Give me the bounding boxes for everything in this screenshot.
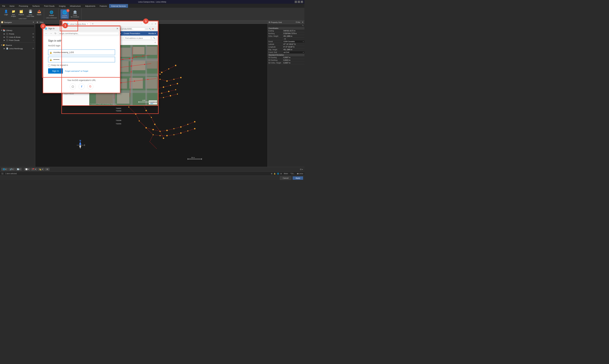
property-grid-header: ⊞ Property Grid 0 Unc ✕	[268, 21, 304, 24]
browser-ext-icon[interactable]: 🔧	[149, 28, 151, 30]
svg-point-70	[175, 89, 176, 90]
browser-tab-close-icon[interactable]: ✕	[87, 23, 88, 25]
apply-button[interactable]: Apply	[293, 176, 303, 180]
ribbon-content: 👤 Login 📁 NewProject 🗂️ Projects 💾 Leica…	[0, 8, 304, 21]
svg-point-74	[163, 97, 164, 98]
svg-point-82	[187, 124, 188, 125]
svg-text:TS0055: TS0055	[116, 123, 121, 125]
keep-signed-checkbox[interactable]	[48, 64, 50, 66]
browser-menu-icon[interactable]: ⋮	[155, 28, 157, 30]
library-section[interactable]: ▾ 📚 Library	[0, 28, 35, 32]
new-tab-btn[interactable]: +	[91, 22, 95, 26]
close-btn[interactable]: ✕	[301, 1, 303, 3]
projects-button[interactable]: 🗂️ Projects	[17, 9, 25, 17]
login-label: Login	[4, 14, 8, 15]
map-search-input[interactable]	[124, 37, 151, 40]
signin-nav-bar: ← → ↻	[43, 31, 120, 36]
login-button[interactable]: 👤 Login	[3, 9, 9, 17]
globe-btn[interactable]: 🌐 ▾	[1, 168, 8, 171]
minimize-btn[interactable]: ─	[295, 1, 297, 3]
arcgis-user-menu[interactable]: Monika ▾	[148, 32, 156, 35]
leica-conx-data-button[interactable]: 💾 LeicaConX Data	[26, 9, 35, 17]
prop-row-coord-grid: Coord. Grid cal Grid ▾	[268, 51, 304, 54]
password-input[interactable]	[48, 57, 115, 62]
refresh-btn[interactable]: ↻	[54, 32, 57, 35]
publish-label: Publish	[49, 15, 54, 16]
svg-point-80	[173, 128, 174, 129]
tree-item-lines-areas[interactable]: ▶ ⬛ Lines & Areas 👁	[0, 35, 35, 39]
tab-imaging[interactable]: Imaging	[57, 4, 68, 8]
back-btn[interactable]: ←	[44, 32, 48, 35]
status-icon: ⬛	[1, 173, 3, 175]
flag-btn[interactable]: 🚩 ▾	[31, 168, 37, 171]
tab-home[interactable]: Home	[7, 4, 17, 8]
tree-item-leica-heerbrugg[interactable]: ▶ 💾 Leica Heerbrugg 👁	[0, 47, 35, 50]
portal-arcgis-button[interactable]: 🏛️ Portalfor ArcGIS ▾	[70, 9, 80, 19]
browser-user-icon[interactable]: M	[152, 28, 154, 30]
export-button[interactable]: 📤 Export	[36, 9, 42, 17]
maximize-btn[interactable]: □	[298, 1, 300, 3]
svg-point-89	[194, 128, 195, 129]
svg-point-143	[122, 59, 123, 60]
browser-star-icon[interactable]: ☆	[146, 28, 148, 30]
github-btn[interactable]: ⬡	[70, 83, 76, 90]
tab-file[interactable]: File	[0, 4, 7, 8]
publish-button[interactable]: 🌐 Publish	[48, 10, 55, 17]
shape-btn[interactable]: ⬜ ▾	[24, 168, 30, 171]
username-input[interactable]	[48, 50, 115, 55]
leica-heerbrugg-label: Leica Heerbrugg	[9, 48, 23, 50]
new-project-icon: 📁	[11, 9, 16, 14]
tree-item-points[interactable]: ▶ ⬛ Points 👁	[0, 32, 35, 35]
svg-rect-132	[96, 93, 114, 104]
tab-infrastructure[interactable]: Infrastructure	[68, 4, 83, 8]
tab-processing[interactable]: Processing	[17, 4, 30, 8]
tab-surfaces[interactable]: Surfaces	[30, 4, 42, 8]
create-presentation-btn[interactable]: Create Presentation	[124, 32, 140, 34]
cancel-button[interactable]: Cancel	[280, 176, 291, 180]
export-label: Export	[37, 14, 41, 15]
export-icon: 📤	[37, 9, 42, 14]
leica-visibility-icon[interactable]: 👁	[32, 48, 34, 50]
map-search-btn[interactable]: 🔍	[152, 36, 157, 40]
forward-btn[interactable]: →	[49, 32, 53, 35]
new-project-button[interactable]: 📁 NewProject	[10, 9, 17, 17]
lines-visibility-icon[interactable]: 👁	[32, 36, 34, 38]
facebook-btn[interactable]: 𝐟	[79, 83, 85, 90]
points-visibility-icon[interactable]: 👁	[32, 33, 34, 35]
signin-close-btn[interactable]: ✕	[116, 27, 118, 30]
edit-icon[interactable]: ✎	[302, 24, 304, 27]
signin-url-bar[interactable]	[58, 32, 119, 35]
tab-adjustments[interactable]: Adjustments	[83, 4, 97, 8]
point-clouds-label: Point Clouds	[9, 39, 19, 41]
browser-min-btn[interactable]: ─	[148, 23, 150, 25]
navigator-search[interactable]	[1, 25, 34, 28]
forgot-link[interactable]: Forgot username? or Forgot	[65, 70, 88, 72]
tab-pointclouds[interactable]: Point Clouds	[42, 4, 57, 8]
signin-btn[interactable]: Sign In	[48, 68, 63, 74]
report-abuse-link[interactable]: Report Abuse	[64, 93, 74, 95]
sync-btn[interactable]: 🔄 ▾	[15, 168, 22, 171]
arcgis-online-button[interactable]: 1 🌐 ArcGISOnline ▾	[61, 9, 69, 19]
property-grid-close-icon[interactable]: ✕	[302, 21, 304, 23]
source-section[interactable]: ▾ 📂 Source	[0, 43, 35, 47]
svg-point-160	[131, 71, 132, 72]
link-btn[interactable]: 🔗 ▾	[8, 168, 15, 171]
collapse-btn[interactable]: ◀	[153, 41, 157, 44]
status-brand: 🏔 Leica	[297, 173, 303, 175]
pointcloud-visibility-icon[interactable]: ○	[33, 39, 34, 41]
browser-max-btn[interactable]: □	[152, 23, 153, 25]
browser-back-btn[interactable]: ←	[141, 23, 142, 25]
callout-badge-3: 3	[143, 18, 149, 24]
ruler-btn[interactable]: 📐 ▾	[38, 168, 44, 171]
grid-btn[interactable]: ⊞	[45, 168, 49, 171]
tab-features[interactable]: Features	[97, 4, 109, 8]
google-btn[interactable]: G	[87, 83, 93, 90]
browser-tab-main[interactable]: 🌐 Leica Campus Area ✕	[64, 22, 90, 26]
navigator-close-icon[interactable]: ✕	[33, 21, 34, 23]
browser-close-btn[interactable]: ✕	[155, 23, 156, 25]
svg-point-27	[154, 124, 156, 125]
tree-item-point-clouds[interactable]: ▶ ⬛ Point Clouds ○	[0, 39, 35, 42]
tab-external-services[interactable]: External Services	[109, 4, 128, 8]
svg-rect-139	[145, 45, 147, 105]
status-icon-4: ⊞	[280, 173, 282, 175]
